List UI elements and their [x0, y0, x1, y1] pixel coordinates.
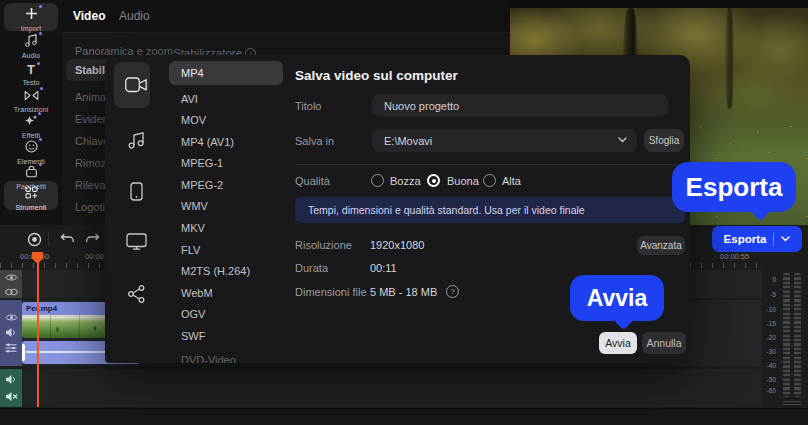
- save-path-select[interactable]: E:\Movavi: [372, 129, 637, 152]
- button-divider: [773, 233, 774, 246]
- format-item[interactable]: M2TS (H.264): [181, 265, 250, 277]
- playhead-line[interactable]: [37, 253, 39, 407]
- format-item[interactable]: SWF: [181, 330, 205, 342]
- tree-trunk: [725, 8, 734, 109]
- format-item-selected[interactable]: MP4: [181, 67, 204, 79]
- tab-bar: Video Audio: [62, 0, 510, 33]
- speaker-icon[interactable]: [5, 327, 17, 338]
- format-item[interactable]: FLV: [181, 244, 200, 256]
- sidebar-item-label: Effetti: [0, 132, 62, 139]
- share-export-icon[interactable]: [105, 285, 167, 303]
- link-icon[interactable]: [5, 288, 18, 296]
- help-icon[interactable]: ?: [446, 285, 459, 298]
- radio-buona[interactable]: [427, 174, 440, 187]
- export-button-label: Esporta: [724, 233, 767, 245]
- quality-info-banner: Tempi, dimensioni e qualità standard. Us…: [295, 197, 685, 223]
- plus-icon: [25, 7, 38, 20]
- format-item[interactable]: WMV: [181, 200, 208, 212]
- meter-label: -20: [760, 334, 776, 341]
- start-button[interactable]: Avvia: [599, 332, 637, 354]
- track-header-1: [0, 270, 22, 298]
- record-icon[interactable]: [27, 232, 42, 247]
- tab-video[interactable]: Video: [73, 9, 105, 23]
- meter-label: -5: [760, 291, 776, 298]
- music-export-icon[interactable]: [105, 131, 167, 149]
- sidebar-item-strumenti[interactable]: Strumenti: [0, 185, 62, 211]
- format-item[interactable]: MPEG-2: [181, 179, 223, 191]
- chevron-down-icon[interactable]: [618, 137, 627, 143]
- title-field-label: Titolo: [295, 100, 322, 112]
- bag-icon: [25, 165, 38, 178]
- tv-export-icon[interactable]: [105, 233, 167, 250]
- duration-value: 00:11: [370, 262, 397, 274]
- format-item[interactable]: MP4 (AV1): [181, 136, 234, 148]
- redo-icon[interactable]: [85, 233, 100, 246]
- cancel-button[interactable]: Annulla: [642, 332, 686, 354]
- smiley-icon: [25, 140, 38, 153]
- tab-audio[interactable]: Audio: [119, 9, 150, 23]
- app-window: Import Audio T Testo Transizioni Effetti: [0, 0, 808, 425]
- sidebar-item-effetti[interactable]: Effetti: [0, 113, 62, 139]
- sidebar-item-testo[interactable]: T Testo: [0, 60, 62, 86]
- avvia-callout-label: Avvia: [587, 285, 648, 312]
- sidebar-item-import[interactable]: Import: [0, 6, 62, 32]
- computer-export-icon[interactable]: [105, 77, 167, 93]
- tools-grid-icon: [25, 186, 38, 199]
- export-button[interactable]: Esporta: [712, 226, 802, 252]
- quality-label: Qualità: [295, 175, 330, 187]
- meter-label: -30: [760, 348, 776, 355]
- format-item[interactable]: MOV: [181, 114, 206, 126]
- ruler-ticks[interactable]: [0, 263, 105, 268]
- audio-meter-right: [794, 273, 801, 397]
- meter-label: -15: [760, 320, 776, 327]
- meter-label: -40: [760, 362, 776, 369]
- eye-icon[interactable]: [5, 313, 18, 322]
- format-item[interactable]: MKV: [181, 222, 205, 234]
- radio-bozza[interactable]: [371, 174, 384, 187]
- dialog-title: Salva video sul computer: [295, 68, 458, 83]
- undo-icon[interactable]: [60, 233, 75, 246]
- transition-icon: [24, 90, 39, 101]
- sidebar-item-label: Import: [0, 25, 62, 32]
- track-row-3[interactable]: [22, 369, 762, 407]
- ruler-time: 00:00: [85, 252, 104, 261]
- phone-export-icon[interactable]: [105, 182, 167, 201]
- ruler-ticks[interactable]: [690, 263, 762, 268]
- format-item[interactable]: MPEG-1: [181, 157, 223, 169]
- avvia-callout: Avvia: [570, 275, 664, 321]
- radio-buona-label[interactable]: Buona: [447, 175, 479, 187]
- sidebar-item-transizioni[interactable]: Transizioni: [0, 87, 62, 113]
- track-header-2: [0, 300, 22, 366]
- status-bar: Lunghezza progetto: 00:11: [0, 408, 808, 425]
- esporta-callout: Esporta: [672, 162, 796, 212]
- format-item[interactable]: OGV: [181, 308, 205, 320]
- eye-icon[interactable]: [5, 273, 18, 282]
- format-item[interactable]: WebM: [181, 287, 213, 299]
- radio-alta[interactable]: [483, 174, 496, 187]
- save-path-value: E:\Movavi: [384, 135, 432, 147]
- sparkle-icon: [24, 114, 38, 127]
- format-item[interactable]: AVI: [181, 93, 198, 105]
- sidebar-item-elementi[interactable]: Elementi: [0, 139, 62, 165]
- track-header-3: [0, 369, 22, 407]
- advanced-button[interactable]: Avanzata: [637, 236, 685, 255]
- resolution-value: 1920x1080: [370, 239, 424, 251]
- sidebar-item-audio[interactable]: Audio: [0, 33, 62, 59]
- sidebar-item-label: Audio: [0, 52, 62, 59]
- project-title-value: Nuovo progetto: [384, 100, 459, 112]
- chevron-down-icon[interactable]: [781, 236, 790, 242]
- speaker-icon[interactable]: [5, 374, 17, 385]
- meter-bottom-icon: [783, 401, 801, 406]
- sliders-icon[interactable]: [5, 343, 17, 353]
- radio-alta-label[interactable]: Alta: [502, 175, 521, 187]
- meter-label: -50: [760, 376, 776, 383]
- speaker-muted-icon[interactable]: [5, 391, 18, 402]
- radio-bozza-label[interactable]: Bozza: [390, 175, 421, 187]
- sidebar-item-label: Transizioni: [0, 106, 62, 113]
- duration-label: Durata: [295, 262, 328, 274]
- format-item[interactable]: DVD-Video: [181, 354, 236, 363]
- resolution-label: Risoluzione: [295, 239, 352, 251]
- project-title-input[interactable]: Nuovo progetto: [372, 94, 668, 117]
- clip-handle[interactable]: [22, 344, 25, 361]
- browse-button[interactable]: Sfoglia: [644, 129, 684, 152]
